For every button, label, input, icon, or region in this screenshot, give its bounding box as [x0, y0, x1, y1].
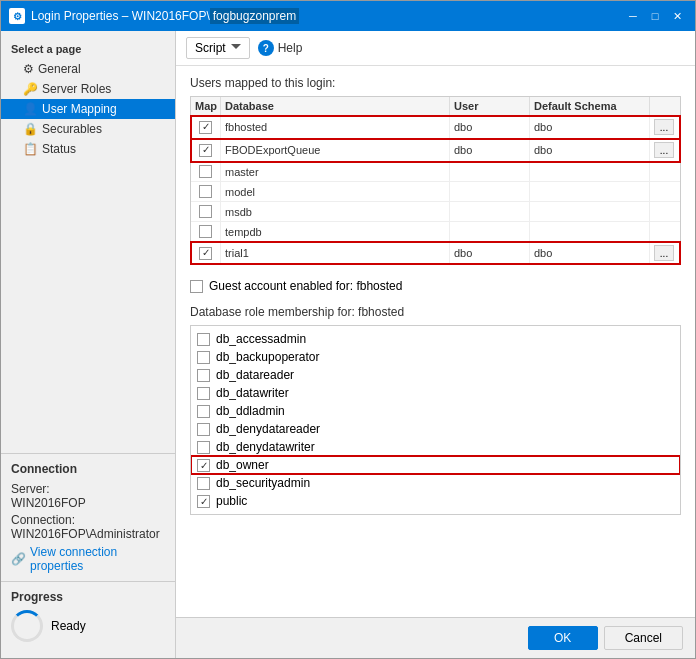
role-item-db-denydatareader: db_denydatareader [191, 420, 680, 438]
role-checkbox-db-owner[interactable] [197, 459, 210, 472]
sidebar-item-securables[interactable]: 🔒 Securables [1, 119, 175, 139]
row4-btn-cell [650, 202, 680, 221]
row1-database: FBODExportQueue [221, 139, 450, 161]
sidebar-item-user-mapping-label: User Mapping [42, 102, 117, 116]
role-item-db-backupoperator: db_backupoperator [191, 348, 680, 366]
role-item-db-ddladmin: db_ddladmin [191, 402, 680, 420]
view-connection-properties-link[interactable]: 🔗 View connection properties [11, 545, 165, 573]
row5-map-cell [191, 222, 221, 241]
row1-map-cell [191, 139, 221, 161]
role-label-db-backupoperator: db_backupoperator [216, 350, 319, 364]
sidebar: Select a page ⚙ General 🔑 Server Roles 👤… [1, 31, 176, 658]
row0-map-cell [191, 116, 221, 138]
role-item-db-datawriter: db_datawriter [191, 384, 680, 402]
table-row: master [191, 162, 680, 182]
role-checkbox-public[interactable] [197, 495, 210, 508]
role-label-db-owner: db_owner [216, 458, 269, 472]
role-checkbox-db-accessadmin[interactable] [197, 333, 210, 346]
sidebar-item-status[interactable]: 📋 Status [1, 139, 175, 159]
row3-checkbox[interactable] [199, 185, 212, 198]
guest-checkbox[interactable] [190, 280, 203, 293]
sidebar-item-general[interactable]: ⚙ General [1, 59, 175, 79]
script-button[interactable]: Script [186, 37, 250, 59]
row4-schema [530, 202, 650, 221]
row0-checkbox[interactable] [199, 121, 212, 134]
main-window: ⚙ Login Properties – WIN2016FOP\fogbugzo… [0, 0, 696, 659]
title-bar-left: ⚙ Login Properties – WIN2016FOP\fogbugzo… [9, 8, 299, 24]
role-label-db-datareader: db_datareader [216, 368, 294, 382]
toolbar: Script ? Help [176, 31, 695, 66]
role-checkbox-db-backupoperator[interactable] [197, 351, 210, 364]
col-database: Database [221, 97, 450, 115]
sidebar-item-server-roles[interactable]: 🔑 Server Roles [1, 79, 175, 99]
row5-btn-cell [650, 222, 680, 241]
col-extra [650, 97, 680, 115]
role-label-db-accessadmin: db_accessadmin [216, 332, 306, 346]
role-checkbox-db-denydatawriter[interactable] [197, 441, 210, 454]
row2-schema [530, 162, 650, 181]
script-label: Script [195, 41, 226, 55]
sidebar-section-title: Select a page [1, 39, 175, 59]
status-icon: 📋 [23, 142, 38, 156]
restore-button[interactable]: □ [645, 6, 665, 26]
row1-dotdot-button[interactable]: ... [654, 142, 674, 158]
server-label: Server: WIN2016FOP [11, 482, 165, 510]
table-header: Map Database User Default Schema [191, 97, 680, 116]
row4-checkbox[interactable] [199, 205, 212, 218]
role-checkbox-db-securityadmin[interactable] [197, 477, 210, 490]
close-button[interactable]: ✕ [667, 6, 687, 26]
col-map: Map [191, 97, 221, 115]
row2-checkbox[interactable] [199, 165, 212, 178]
row6-map-cell [191, 242, 221, 264]
row2-database: master [221, 162, 450, 181]
cancel-button[interactable]: Cancel [604, 626, 683, 650]
progress-row: Ready [11, 610, 165, 642]
row4-map-cell [191, 202, 221, 221]
sidebar-item-user-mapping[interactable]: 👤 User Mapping [1, 99, 175, 119]
row3-schema [530, 182, 650, 201]
row0-dotdot-button[interactable]: ... [654, 119, 674, 135]
row6-btn-cell: ... [650, 242, 680, 264]
row2-map-cell [191, 162, 221, 181]
row6-checkbox[interactable] [199, 247, 212, 260]
script-dropdown-icon [231, 44, 241, 52]
row1-btn-cell: ... [650, 139, 680, 161]
guest-label: Guest account enabled for: fbhosted [209, 279, 402, 293]
ok-button[interactable]: OK [528, 626, 598, 650]
row6-dotdot-button[interactable]: ... [654, 245, 674, 261]
progress-status: Ready [51, 619, 86, 633]
row6-schema: dbo [530, 242, 650, 264]
help-label: Help [278, 41, 303, 55]
help-button[interactable]: ? Help [258, 40, 303, 56]
minimize-button[interactable]: ─ [623, 6, 643, 26]
users-section-label: Users mapped to this login: [190, 76, 681, 90]
row0-btn-cell: ... [650, 116, 680, 138]
col-user: User [450, 97, 530, 115]
title-prefix: Login Properties – WIN2016FOP\ [31, 9, 210, 23]
user-mapping-icon: 👤 [23, 102, 38, 116]
row0-schema: dbo [530, 116, 650, 138]
role-checkbox-db-datawriter[interactable] [197, 387, 210, 400]
panel-content: Users mapped to this login: Map Database… [176, 66, 695, 617]
table-row: trial1 dbo dbo ... [191, 242, 680, 264]
role-label-db-securityadmin: db_securityadmin [216, 476, 310, 490]
row4-user [450, 202, 530, 221]
role-checkbox-db-datareader[interactable] [197, 369, 210, 382]
role-label-db-ddladmin: db_ddladmin [216, 404, 285, 418]
connection-value: WIN2016FOP\Administrator [11, 527, 160, 541]
role-checkbox-db-denydatareader[interactable] [197, 423, 210, 436]
role-label-public: public [216, 494, 247, 508]
row1-schema: dbo [530, 139, 650, 161]
sidebar-item-general-label: General [38, 62, 81, 76]
row1-checkbox[interactable] [199, 144, 212, 157]
sidebar-item-status-label: Status [42, 142, 76, 156]
row5-user [450, 222, 530, 241]
row0-database: fbhosted [221, 116, 450, 138]
db-role-section: Database role membership for: fbhosted d… [190, 305, 681, 515]
guest-row: Guest account enabled for: fbhosted [190, 275, 681, 297]
connection-label-text: Connection: [11, 513, 75, 527]
role-checkbox-db-ddladmin[interactable] [197, 405, 210, 418]
role-item-db-owner: db_owner [191, 456, 680, 474]
row5-checkbox[interactable] [199, 225, 212, 238]
table-row: msdb [191, 202, 680, 222]
